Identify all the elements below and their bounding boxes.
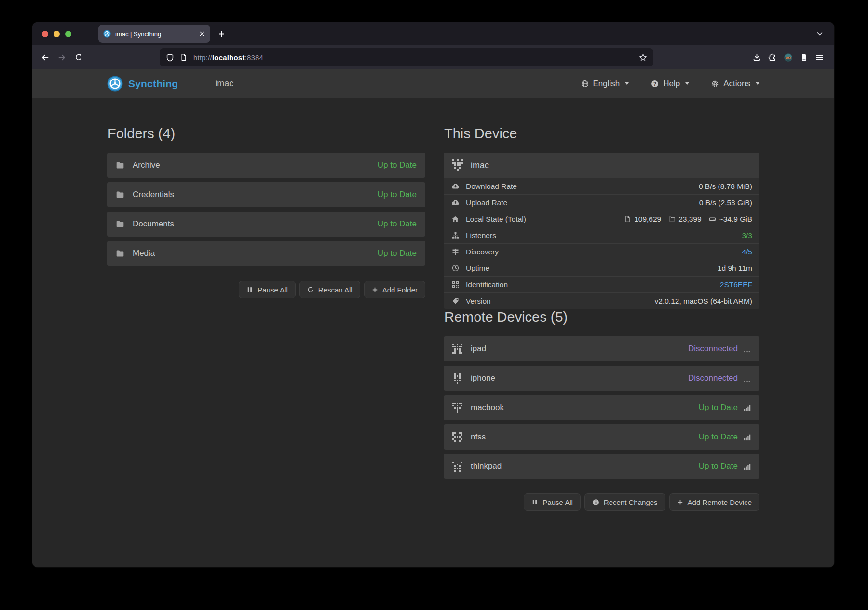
pause-icon [531,499,538,505]
forward-button[interactable] [58,53,66,62]
stat-row-listeners: Listeners 3/3 [444,227,760,243]
browser-window: imac | Syncthing http://localhost:8384 [32,22,834,567]
recent-changes-button[interactable]: Recent Changes [584,493,665,511]
list-tabs-chevron-icon[interactable] [816,22,824,45]
pause-all-folders-button[interactable]: Pause All [239,281,296,298]
syncthing-navbar: Syncthing imac English Help Actions [32,69,834,98]
profile-avatar-icon[interactable] [784,53,793,62]
shield-icon[interactable] [166,53,174,62]
rescan-all-button[interactable]: Rescan All [299,281,360,298]
device-row-iphone[interactable]: iphone Disconnected [444,366,760,391]
url-bar[interactable]: http://localhost:8384 [160,48,653,66]
stat-row-uptime: Uptime 1d 9h 11m [444,260,760,276]
folder-row-media[interactable]: Media Up to Date [107,241,425,266]
pause-all-devices-button[interactable]: Pause All [524,493,581,511]
info-circle-icon [592,499,599,506]
question-circle-icon [651,80,659,88]
browser-toolbar: http://localhost:8384 [32,45,834,69]
back-button[interactable] [41,53,49,62]
signal-bars-icon [744,463,751,470]
device-status: Up to Date [699,462,738,471]
tab-close-icon[interactable] [199,30,205,37]
this-device-heading: This Device [444,125,760,142]
folder-icon [116,190,124,199]
sitemap-icon [451,232,460,239]
file-icon [624,215,631,223]
stat-row-version: Version v2.0.12, macOS (64-bit ARM) [444,292,760,309]
pause-icon [246,286,253,293]
device-identicon [452,403,462,413]
extensions-puzzle-icon[interactable] [768,53,776,62]
folder-status: Up to Date [378,219,417,229]
add-remote-device-button[interactable]: Add Remote Device [669,493,760,511]
this-device-name: imac [471,160,489,171]
this-device-header[interactable]: imac [444,153,760,178]
qrcode-icon [451,281,460,288]
device-identicon [452,344,462,354]
reload-button[interactable] [75,53,82,61]
clock-icon [451,265,460,272]
cloud-upload-icon [451,199,460,207]
tab-title: imac | Syncthing [115,30,194,38]
tag-icon [451,297,460,305]
caret-down-icon [756,82,760,85]
caret-down-icon [625,82,629,85]
globe-icon [581,80,589,88]
syncthing-brand: Syncthing [107,76,178,92]
gear-icon [711,80,719,88]
device-identicon [452,373,462,384]
device-row-thinkpad[interactable]: thinkpad Up to Date [444,454,760,479]
folder-row-credentials[interactable]: Credentials Up to Date [107,182,425,207]
device-identicon [452,432,462,442]
close-window-button[interactable] [42,31,48,37]
stat-row-local-state: Local State (Total) 109,629 23,399 ~34.9… [444,211,760,227]
device-row-ipad[interactable]: ipad Disconnected [444,336,760,361]
folder-status: Up to Date [378,190,417,199]
signal-bars-icon [744,404,751,411]
remote-devices-heading: Remote Devices (5) [444,309,760,326]
folder-outline-icon [668,215,676,223]
stat-row-upload-rate: Upload Rate 0 B/s (2.53 GiB) [444,194,760,211]
maximize-window-button[interactable] [65,31,71,37]
traffic-lights [32,31,71,37]
tab-bar: imac | Syncthing [32,22,834,45]
folder-row-archive[interactable]: Archive Up to Date [107,153,425,178]
folder-status: Up to Date [378,249,417,258]
reader-document-icon[interactable] [800,53,808,62]
url-text: http://localhost:8384 [193,53,263,62]
folders-heading: Folders (4) [108,125,425,142]
downloads-icon[interactable] [753,53,761,62]
stat-row-discovery: Discovery 4/5 [444,243,760,260]
device-status: Up to Date [699,403,738,412]
folder-row-documents[interactable]: Documents Up to Date [107,212,425,237]
new-tab-button[interactable] [218,30,225,38]
caret-down-icon [685,82,689,85]
page-info-icon[interactable] [180,53,188,61]
this-device-panel: imac Download Rate 0 B/s (8.78 MiB) Uplo… [444,153,760,309]
minimize-window-button[interactable] [54,31,60,37]
help-menu[interactable]: Help [651,79,689,89]
signal-none-icon [744,375,751,382]
syncthing-logo-icon [107,76,123,92]
page-content: Folders (4) Archive Up to Date Credentia… [32,98,834,567]
actions-menu[interactable]: Actions [711,79,760,89]
device-row-nfss[interactable]: nfss Up to Date [444,424,760,450]
hamburger-menu-icon[interactable] [815,53,824,62]
device-row-macbook[interactable]: macbook Up to Date [444,395,760,420]
home-icon [451,215,460,223]
hdd-icon [709,215,716,223]
stat-row-download-rate: Download Rate 0 B/s (8.78 MiB) [444,178,760,194]
signal-none-icon [744,345,751,353]
folder-icon [116,249,124,258]
refresh-icon [307,286,314,293]
cloud-download-icon [451,182,460,190]
device-status: Up to Date [699,432,738,442]
bookmark-star-icon[interactable] [639,53,647,62]
signpost-icon [451,248,460,255]
device-status: Disconnected [688,344,738,354]
plus-icon [372,287,378,293]
language-menu[interactable]: English [581,79,629,89]
add-folder-button[interactable]: Add Folder [364,281,425,298]
brand-title: Syncthing [128,78,178,90]
browser-tab[interactable]: imac | Syncthing [98,25,210,43]
